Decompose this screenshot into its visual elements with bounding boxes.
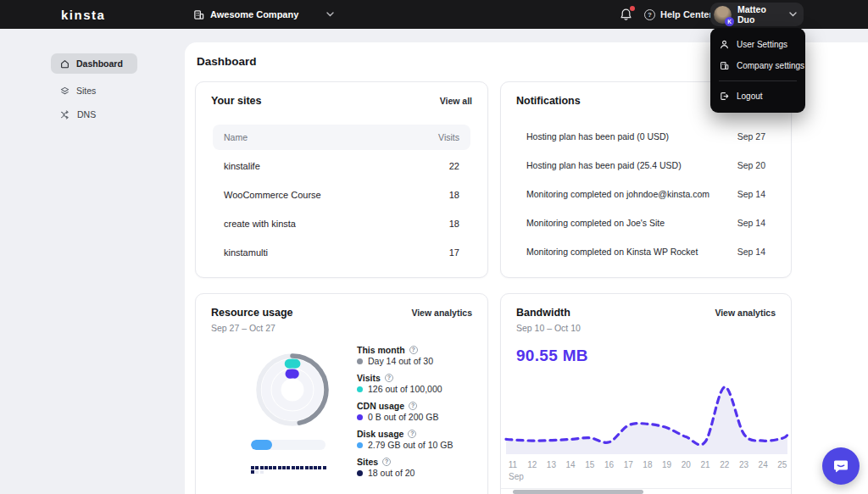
list-item[interactable]: Monitoring completed on Joe's Site Sep 1…	[518, 208, 774, 237]
notification-date: Sep 14	[737, 189, 765, 199]
table-row[interactable]: create with kinsta 18	[213, 209, 470, 238]
metric-cdn-usage: CDN usage 0 B out of 200 GB	[357, 400, 453, 423]
info-icon[interactable]	[385, 374, 393, 382]
list-item[interactable]: Hosting plan has been paid (0 USD) Sep 2…	[518, 122, 774, 151]
resource-legend: This month Day 14 out of 30 Visits 126 o…	[357, 344, 453, 479]
menu-item-user-settings[interactable]: User Settings	[710, 34, 805, 55]
metric-label: Sites	[357, 457, 378, 467]
sidebar-item-dashboard[interactable]: Dashboard	[51, 53, 137, 74]
sidebar-item-sites[interactable]: Sites	[51, 80, 105, 101]
disk-usage-fill	[251, 440, 272, 450]
site-square	[255, 470, 259, 474]
user-menu-button[interactable]: K Matteo Duo	[710, 3, 804, 26]
dns-icon	[60, 110, 70, 119]
metric-value: 126 out of 100,000	[368, 384, 442, 394]
site-square	[255, 466, 259, 469]
site-square	[251, 470, 254, 474]
card-title: Resource usage	[211, 307, 293, 319]
question-circle-icon: ?	[644, 9, 655, 20]
help-center-label: Help Center	[660, 9, 713, 19]
table-row[interactable]: kinstalife 22	[213, 152, 470, 180]
metric-value: 2.79 GB out of 10 GB	[368, 440, 453, 450]
site-square	[260, 470, 264, 474]
site-name: kinstalife	[224, 161, 260, 171]
notification-text: Hosting plan has been paid (25.4 USD)	[526, 160, 682, 170]
x-axis-label: 25	[773, 460, 792, 469]
company-name: Awesome Company	[210, 9, 298, 19]
menu-item-company-settings[interactable]: Company settings	[710, 55, 805, 76]
menu-item-label: Logout	[737, 92, 763, 101]
sidebar-item-label: DNS	[77, 109, 96, 119]
sidebar-item-label: Dashboard	[76, 58, 123, 69]
view-analytics-link[interactable]: View analytics	[411, 308, 472, 318]
x-axis-label: 12	[523, 460, 542, 469]
info-icon[interactable]	[409, 346, 418, 354]
metric-label: CDN usage	[357, 401, 404, 411]
site-square	[273, 466, 276, 469]
chat-icon	[832, 458, 849, 475]
x-axis-month-label: Sep	[509, 472, 524, 481]
x-axis-label: 22	[715, 460, 734, 469]
view-all-sites-link[interactable]: View all	[440, 96, 472, 106]
x-axis-label: 16	[600, 460, 619, 469]
sidebar-item-dns[interactable]: DNS	[51, 104, 105, 125]
notification-text: Monitoring completed on Joe's Site	[526, 218, 665, 228]
card-title: Notifications	[516, 95, 581, 107]
list-item[interactable]: Hosting plan has been paid (25.4 USD) Se…	[518, 151, 774, 180]
x-axis-label: 24	[754, 460, 772, 469]
chart-horizontal-scrollbar[interactable]	[513, 490, 643, 494]
site-square	[251, 466, 254, 469]
company-switcher[interactable]: Awesome Company	[193, 0, 334, 29]
sites-table-body: kinstalife 22 WooCommerce Course 18 crea…	[213, 152, 470, 267]
list-item[interactable]: Monitoring completed on johndoe@kinsta.c…	[518, 180, 774, 208]
metric-value: 0 B out of 200 GB	[368, 412, 438, 422]
x-axis-label: 11	[504, 460, 522, 469]
x-axis-label: 14	[561, 460, 580, 469]
chevron-down-icon	[326, 12, 334, 17]
notification-text: Monitoring completed on Kinsta WP Rocket	[526, 247, 698, 257]
info-icon[interactable]	[409, 402, 417, 410]
bandwidth-card: Bandwidth View analytics Sep 10 – Oct 10…	[500, 293, 792, 494]
notification-date: Sep 20	[737, 160, 765, 170]
site-square	[282, 466, 286, 469]
site-visits: 17	[449, 247, 459, 258]
metric-value: Day 14 out of 30	[368, 356, 433, 366]
site-square	[264, 466, 268, 469]
disk-usage-bar	[251, 440, 326, 450]
layers-icon	[60, 86, 70, 96]
table-row[interactable]: kinstamulti 17	[213, 238, 470, 267]
notification-text: Hosting plan has been paid (0 USD)	[526, 131, 669, 142]
site-square	[287, 466, 290, 469]
page-title: Dashboard	[197, 55, 257, 68]
x-axis-label: 17	[619, 460, 637, 469]
info-icon[interactable]	[382, 458, 391, 466]
site-square	[318, 466, 321, 469]
notification-date: Sep 14	[737, 218, 765, 228]
metric-this-month: This month Day 14 out of 30	[357, 344, 453, 367]
list-item[interactable]: Monitoring completed on Kinsta WP Rocket…	[518, 237, 774, 266]
site-square	[309, 466, 313, 469]
building-icon	[720, 61, 729, 70]
metric-visits: Visits 126 out of 100,000	[357, 372, 453, 395]
menu-item-logout[interactable]: Logout	[710, 86, 805, 107]
site-name: WooCommerce Course	[224, 190, 321, 200]
period-label: Sep 10 – Oct 10	[516, 323, 581, 333]
top-bar: kinsta Awesome Company ? Help Center K M…	[0, 0, 868, 29]
x-axis: 111213141516171819202122232425	[504, 460, 792, 469]
sidebar-item-label: Sites	[76, 86, 96, 96]
chat-launcher-button[interactable]	[822, 447, 860, 485]
avatar: K	[714, 6, 732, 24]
notification-text: Monitoring completed on johndoe@kinsta.c…	[526, 189, 709, 199]
help-center-button[interactable]: ? Help Center	[644, 0, 713, 29]
kinsta-logo[interactable]: kinsta	[61, 0, 105, 29]
info-icon[interactable]	[408, 430, 416, 438]
site-visits: 22	[449, 161, 459, 171]
user-icon	[720, 40, 729, 49]
metric-sites: Sites 18 out of 20	[357, 456, 453, 479]
menu-item-label: User Settings	[737, 40, 787, 49]
site-square	[314, 466, 317, 469]
table-row[interactable]: WooCommerce Course 18	[213, 180, 470, 209]
notifications-bell-button[interactable]	[620, 8, 633, 21]
x-axis-label: 21	[696, 460, 715, 469]
view-analytics-link[interactable]: View analytics	[715, 308, 776, 318]
